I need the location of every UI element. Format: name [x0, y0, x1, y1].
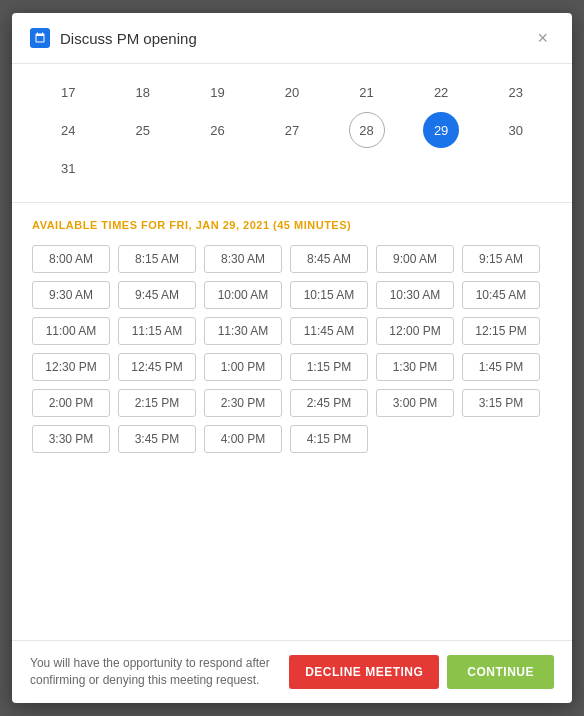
time-slot-button[interactable]: 12:00 PM — [376, 317, 454, 345]
available-times-label: AVAILABLE TIMES FOR FRI, JAN 29, 2021 (4… — [32, 219, 552, 231]
time-slot-button[interactable]: 9:15 AM — [462, 245, 540, 273]
modal: Discuss PM opening × 17 18 19 20 21 22 2… — [12, 13, 572, 703]
modal-header: Discuss PM opening × — [12, 13, 572, 64]
time-slot-button[interactable]: 10:30 AM — [376, 281, 454, 309]
decline-button[interactable]: DECLINE MEETING — [289, 655, 439, 689]
time-slot-button[interactable]: 11:30 AM — [204, 317, 282, 345]
time-slot-button[interactable]: 11:00 AM — [32, 317, 110, 345]
time-slot-button[interactable]: 9:45 AM — [118, 281, 196, 309]
cal-day[interactable]: 31 — [50, 150, 86, 186]
cal-day[interactable]: 30 — [498, 112, 534, 148]
modal-title: Discuss PM opening — [60, 30, 531, 47]
time-grid: 8:00 AM8:15 AM8:30 AM8:45 AM9:00 AM9:15 … — [32, 245, 552, 453]
calendar-icon — [30, 28, 50, 48]
time-slot-button[interactable]: 12:15 PM — [462, 317, 540, 345]
time-slot-button[interactable]: 11:15 AM — [118, 317, 196, 345]
time-slot-button[interactable]: 8:30 AM — [204, 245, 282, 273]
cal-day[interactable]: 23 — [498, 74, 534, 110]
cal-day[interactable]: 20 — [274, 74, 310, 110]
cal-day[interactable]: 26 — [199, 112, 235, 148]
modal-body: 17 18 19 20 21 22 23 24 25 26 27 28 29 3… — [12, 64, 572, 640]
footer-note: You will have the opportunity to respond… — [30, 655, 279, 689]
time-slot-button[interactable]: 10:15 AM — [290, 281, 368, 309]
available-times-section: AVAILABLE TIMES FOR FRI, JAN 29, 2021 (4… — [12, 203, 572, 469]
time-slot-button[interactable]: 8:15 AM — [118, 245, 196, 273]
time-slot-button[interactable]: 4:15 PM — [290, 425, 368, 453]
calendar-section: 17 18 19 20 21 22 23 24 25 26 27 28 29 3… — [12, 64, 572, 203]
time-slot-button[interactable]: 8:00 AM — [32, 245, 110, 273]
available-label-prefix: AVAILABLE TIMES FOR — [32, 219, 169, 231]
modal-footer: You will have the opportunity to respond… — [12, 640, 572, 703]
time-slot-button[interactable]: 2:00 PM — [32, 389, 110, 417]
time-slot-button[interactable]: 10:45 AM — [462, 281, 540, 309]
cal-day[interactable]: 18 — [125, 74, 161, 110]
close-button[interactable]: × — [531, 27, 554, 49]
continue-button[interactable]: CONTINUE — [447, 655, 554, 689]
cal-day-today[interactable]: 28 — [349, 112, 385, 148]
cal-day[interactable]: 21 — [349, 74, 385, 110]
cal-day[interactable]: 24 — [50, 112, 86, 148]
time-slot-button[interactable]: 3:30 PM — [32, 425, 110, 453]
modal-overlay: Discuss PM opening × 17 18 19 20 21 22 2… — [0, 0, 584, 716]
cal-day[interactable]: 19 — [199, 74, 235, 110]
time-slot-button[interactable]: 12:45 PM — [118, 353, 196, 381]
time-slot-button[interactable]: 1:15 PM — [290, 353, 368, 381]
calendar-grid: 17 18 19 20 21 22 23 24 25 26 27 28 29 3… — [32, 74, 552, 186]
footer-actions: DECLINE MEETING CONTINUE — [289, 655, 554, 689]
time-slot-button[interactable]: 4:00 PM — [204, 425, 282, 453]
time-slot-button[interactable]: 2:30 PM — [204, 389, 282, 417]
time-slot-button[interactable]: 12:30 PM — [32, 353, 110, 381]
cal-day-selected[interactable]: 29 — [423, 112, 459, 148]
time-slot-button[interactable]: 9:00 AM — [376, 245, 454, 273]
time-slot-button[interactable]: 2:45 PM — [290, 389, 368, 417]
time-slot-button[interactable]: 1:45 PM — [462, 353, 540, 381]
time-slot-button[interactable]: 8:45 AM — [290, 245, 368, 273]
time-slot-button[interactable]: 10:00 AM — [204, 281, 282, 309]
cal-day[interactable]: 25 — [125, 112, 161, 148]
time-slot-button[interactable]: 9:30 AM — [32, 281, 110, 309]
time-slot-button[interactable]: 3:15 PM — [462, 389, 540, 417]
time-slot-button[interactable]: 2:15 PM — [118, 389, 196, 417]
available-label-suffix: (45 MINUTES) — [270, 219, 352, 231]
time-slot-button[interactable]: 3:45 PM — [118, 425, 196, 453]
time-slot-button[interactable]: 11:45 AM — [290, 317, 368, 345]
available-label-date: FRI, JAN 29, 2021 — [169, 219, 269, 231]
time-slot-button[interactable]: 3:00 PM — [376, 389, 454, 417]
cal-day[interactable]: 17 — [50, 74, 86, 110]
time-slot-button[interactable]: 1:30 PM — [376, 353, 454, 381]
cal-day[interactable]: 27 — [274, 112, 310, 148]
cal-day[interactable]: 22 — [423, 74, 459, 110]
time-slot-button[interactable]: 1:00 PM — [204, 353, 282, 381]
